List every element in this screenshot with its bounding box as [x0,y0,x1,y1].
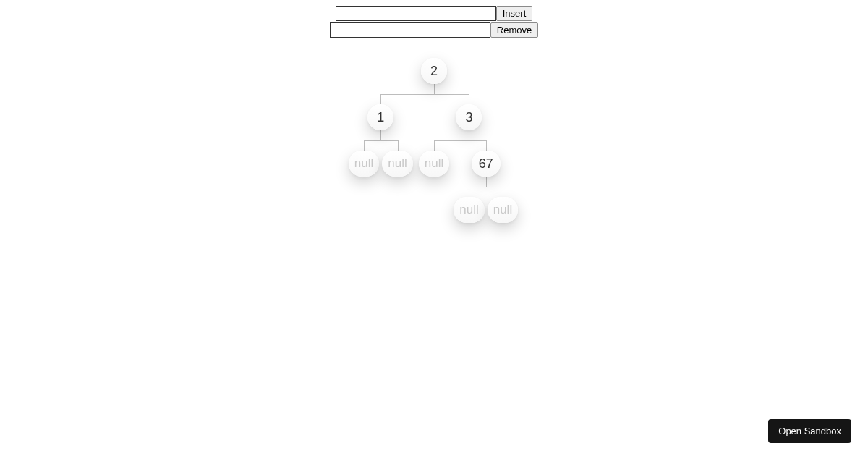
tree-node-wrapper: null [452,197,485,223]
insert-input[interactable] [336,6,496,21]
tree-node-wrapper: null [347,151,380,177]
tree-node-null: null [382,151,412,177]
remove-input[interactable] [330,22,490,38]
tree-node-wrapper: null [417,151,451,223]
tree-children: nullnull [452,197,519,223]
tree-node-null: null [419,151,449,177]
tree-node: 2 [421,58,447,84]
tree-node: 67 [472,151,501,177]
remove-row: Remove [330,22,538,38]
tree-children: nullnull [347,151,414,177]
tree-node: 1 [367,104,393,130]
open-sandbox-button[interactable]: Open Sandbox [768,419,851,443]
tree-node-wrapper: 67nullnull [451,151,521,223]
insert-row: Insert [336,6,533,21]
remove-button[interactable]: Remove [490,22,538,38]
tree-node: 3 [456,104,482,130]
tree-node-wrapper: 21nullnull3null67nullnull [344,58,524,223]
tree-node-null: null [454,197,484,223]
tree-node-wrapper: 3null67nullnull [416,104,522,223]
tree-node-wrapper: null [380,151,414,177]
tree-children: null67nullnull [417,151,521,223]
tree-node-null: null [349,151,379,177]
tree-container: 21nullnull3null67nullnull [0,58,868,223]
tree-children: 1nullnull3null67nullnull [346,104,522,223]
insert-button[interactable]: Insert [496,6,533,21]
tree-node-null: null [488,197,518,223]
binary-tree: 21nullnull3null67nullnull [344,58,524,223]
tree-node-wrapper: null [486,197,519,223]
controls: Insert Remove [0,0,868,38]
tree-node-wrapper: 1nullnull [346,104,416,223]
